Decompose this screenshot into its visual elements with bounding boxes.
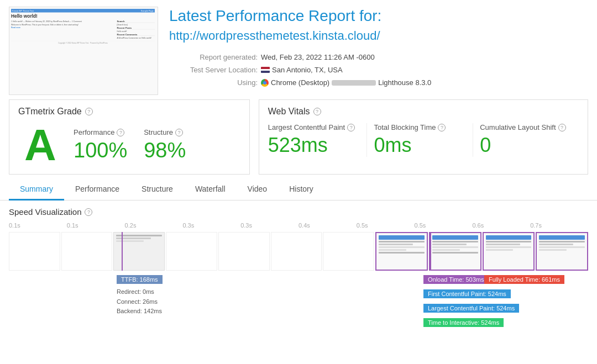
blurred-ip <box>332 80 376 86</box>
tabs-section: Summary Performance Structure Waterfall … <box>0 179 597 201</box>
lcp-value: 523ms <box>268 134 360 157</box>
frame-5 <box>271 232 322 271</box>
tab-waterfall[interactable]: Waterfall <box>184 179 237 201</box>
lcp-help-icon[interactable]: ? <box>347 124 355 131</box>
speed-viz-section: Speed Visualization ? 0.1s 0.1s 0.2s 0.3… <box>0 207 597 336</box>
generated-value: Wed, Feb 23, 2022 11:26 AM -0600 <box>261 51 375 64</box>
redirect-detail: Redirect: 0ms <box>117 287 162 297</box>
lcp-vital: Largest Contentful Paint ? 523ms <box>268 123 368 157</box>
tick-8: 0.6s <box>472 222 530 229</box>
tabs: Summary Performance Structure Waterfall … <box>9 179 588 200</box>
gtmetrix-grade-box: GTmetrix Grade ? A Performance ? 100% St… <box>9 99 250 175</box>
fcp-marker: First Contentful Paint: 524ms <box>423 289 511 298</box>
report-url: http://wordpressthemetest.kinsta.cloud/ <box>169 29 588 43</box>
frame-8 <box>429 232 481 271</box>
report-title: Latest Performance Report for: <box>169 7 588 25</box>
chrome-icon <box>261 79 269 87</box>
tbt-vital: Total Blocking Time ? 0ms <box>367 123 473 157</box>
grade-letter: A <box>18 123 62 167</box>
tti-marker: Time to Interactive: 524ms <box>423 318 504 327</box>
tab-history[interactable]: History <box>278 179 324 201</box>
server-label: Test Server Location: <box>169 64 258 76</box>
tick-7: 0.5s <box>415 222 473 229</box>
frames-row <box>9 232 588 271</box>
tbt-help-icon[interactable]: ? <box>438 124 446 131</box>
performance-metric: Performance ? 100% <box>74 128 127 162</box>
structure-help-icon[interactable]: ? <box>175 129 183 136</box>
web-vitals-content: Largest Contentful Paint ? 523ms Total B… <box>268 123 579 157</box>
tick-5: 0.4s <box>298 222 357 229</box>
cls-help-icon[interactable]: ? <box>558 124 566 131</box>
timeline-ruler: 0.1s 0.1s 0.2s 0.3s 0.3s 0.4s 0.5s 0.5s … <box>9 222 588 229</box>
web-vitals-box: Web Vitals ? Largest Contentful Paint ? … <box>259 99 588 175</box>
cls-vital: Cumulative Layout Shift ? 0 <box>473 123 579 157</box>
generated-label: Report generated: <box>169 51 258 64</box>
tick-3: 0.3s <box>182 222 240 229</box>
web-vitals-title: Web Vitals ? <box>268 107 579 117</box>
ttfb-details: Redirect: 0ms Connect: 26ms Backend: 142… <box>117 287 162 316</box>
speed-viz-help-icon[interactable]: ? <box>85 208 92 216</box>
report-header: Latest Performance Report for: http://wo… <box>169 7 588 89</box>
using-value: Chrome (Desktop) Lighthouse 8.3.0 <box>261 76 431 89</box>
frames-outer <box>9 232 588 271</box>
tab-video[interactable]: Video <box>237 179 279 201</box>
tick-0: 0.1s <box>9 222 67 229</box>
server-value: San Antonio, TX, USA <box>261 64 343 76</box>
tab-performance[interactable]: Performance <box>64 179 130 201</box>
performance-value: 100% <box>74 139 127 162</box>
tick-2: 0.2s <box>125 222 183 229</box>
tick-9: 0.7s <box>530 222 588 229</box>
frame-4 <box>218 232 270 271</box>
tbt-value: 0ms <box>374 134 466 157</box>
connect-detail: Connect: 26ms <box>117 297 162 307</box>
speed-viz-title: Speed Visualization ? <box>9 207 588 217</box>
grades-section: GTmetrix Grade ? A Performance ? 100% St… <box>0 99 597 179</box>
using-label: Using: <box>169 76 258 89</box>
performance-help-icon[interactable]: ? <box>117 129 124 136</box>
onload-line <box>430 232 431 271</box>
frame-6 <box>323 232 374 271</box>
frame-9 <box>483 232 535 271</box>
onload-marker: Onload Time: 503ms <box>423 275 489 284</box>
frame-0 <box>9 232 60 271</box>
structure-metric: Structure ? 98% <box>144 128 186 162</box>
grade-metrics: Performance ? 100% Structure ? 98% <box>74 128 186 162</box>
ttfb-marker: TTFB: 168ms <box>117 275 163 284</box>
frame-7 <box>375 232 428 271</box>
gtmetrix-help-icon[interactable]: ? <box>85 108 93 115</box>
report-meta: Report generated: Wed, Feb 23, 2022 11:2… <box>169 51 588 89</box>
ttfb-line <box>122 232 123 271</box>
frame-10 <box>536 232 588 271</box>
frame-3 <box>166 232 217 271</box>
tab-structure[interactable]: Structure <box>130 179 184 201</box>
fully-loaded-marker: Fully Loaded Time: 661ms <box>484 275 564 284</box>
tick-1: 0.1s <box>67 222 125 229</box>
cls-value: 0 <box>480 134 572 157</box>
site-screenshot: Kinsta WP Theme Test Sample Page Hello w… <box>9 7 158 95</box>
tab-summary[interactable]: Summary <box>9 179 64 201</box>
tick-6: 0.5s <box>357 222 415 229</box>
frame-1 <box>61 232 113 271</box>
tick-4: 0.3s <box>240 222 298 229</box>
bottom-annotations: TTFB: 168ms Redirect: 0ms Connect: 26ms … <box>9 275 588 336</box>
web-vitals-help-icon[interactable]: ? <box>313 108 321 115</box>
structure-value: 98% <box>144 139 186 162</box>
grade-content: A Performance ? 100% Structure ? 98% <box>18 123 240 167</box>
gtmetrix-title: GTmetrix Grade ? <box>18 107 240 117</box>
us-flag-icon <box>261 67 270 73</box>
backend-detail: Backend: 142ms <box>117 307 162 316</box>
lcp-marker: Largest Contentful Paint: 524ms <box>423 304 519 313</box>
